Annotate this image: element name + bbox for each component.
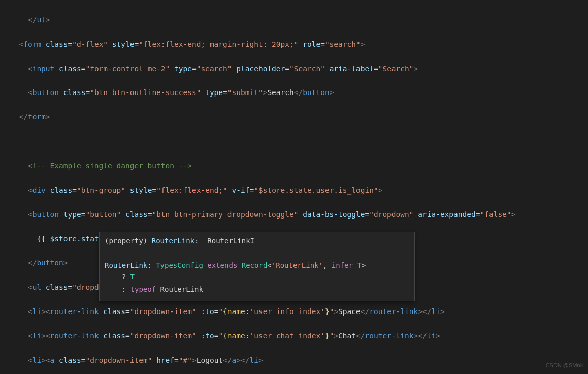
code-line[interactable]: <li><a class="dropdown-item" href="#">Lo… xyxy=(10,355,588,367)
text: Chat xyxy=(338,332,356,340)
comment: <!-- Example single danger button --> xyxy=(28,162,192,170)
text: Logout xyxy=(197,356,223,364)
code-line[interactable]: <button class="btn btn-outline-success" … xyxy=(10,87,588,99)
code-line[interactable]: <button type="button" class="btn btn-pri… xyxy=(10,209,588,221)
code-line[interactable] xyxy=(10,136,588,148)
code-area[interactable]: </ul> <form class="d-flex" style="flex:f… xyxy=(0,0,588,374)
code-line[interactable]: <input class="form-control me-2" type="s… xyxy=(10,63,588,75)
watermark: CSDN @SMnK xyxy=(546,361,584,370)
code-line[interactable]: <!-- Example single danger button --> xyxy=(10,160,588,172)
code-line[interactable]: <li><router-link class="dropdown-item" :… xyxy=(10,330,588,342)
text: Search xyxy=(267,88,293,97)
code-line[interactable]: <div class="btn-group" style="flex:flex-… xyxy=(10,184,588,197)
code-line[interactable]: <form class="d-flex" style="flex:flex-en… xyxy=(10,39,588,51)
text: Space xyxy=(338,307,361,316)
tooltip-line: ? T xyxy=(105,271,409,284)
tooltip-line: : typeof RouterLink xyxy=(105,284,409,296)
tooltip-line: RouterLink: TypesConfig extends Record<'… xyxy=(105,260,409,272)
tooltip-line: (property) RouterLink: _RouterLinkI xyxy=(105,235,409,247)
hover-tooltip: (property) RouterLink: _RouterLinkI Rout… xyxy=(99,232,415,301)
code-line[interactable]: </form> xyxy=(10,111,588,123)
code-line[interactable]: <li><router-link class="dropdown-item" :… xyxy=(10,306,588,318)
tooltip-line xyxy=(105,247,409,260)
code-line[interactable]: </ul> xyxy=(10,14,588,26)
code-editor[interactable]: </ul> <form class="d-flex" style="flex:f… xyxy=(0,0,588,374)
